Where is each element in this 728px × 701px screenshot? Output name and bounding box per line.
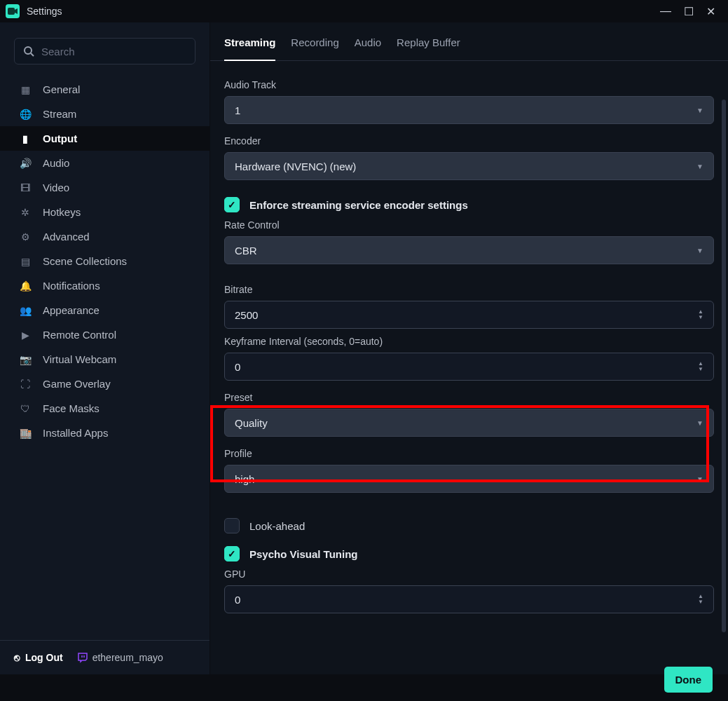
gpu-label: GPU: [224, 569, 714, 580]
expand-icon: ⛶: [19, 379, 32, 390]
audio-track-label: Audio Track: [224, 79, 714, 90]
keyframe-input[interactable]: 0▲▼: [224, 353, 714, 381]
globe-icon: 🌐: [19, 109, 32, 120]
sidebar-item-advanced[interactable]: ⚙Advanced: [0, 224, 210, 249]
sidebar-item-video[interactable]: 🎞Video: [0, 175, 210, 200]
bitrate-input[interactable]: 2500▲▼: [224, 301, 714, 329]
gears-icon: ⚙: [19, 231, 32, 243]
encoder-select[interactable]: Hardware (NVENC) (new)▼: [224, 152, 714, 180]
logout-button[interactable]: ⎋Log Out: [14, 652, 63, 663]
gpu-input[interactable]: 0▲▼: [224, 585, 714, 613]
sidebar-item-scene-collections[interactable]: ▤Scene Collections: [0, 249, 210, 273]
sidebar-item-game-overlay[interactable]: ⛶Game Overlay: [0, 372, 210, 396]
tab-audio[interactable]: Audio: [355, 36, 381, 60]
maximize-button[interactable]: ☐: [684, 5, 694, 18]
lookahead-checkbox[interactable]: [224, 518, 240, 533]
chevron-down-icon: ▼: [696, 163, 703, 170]
psycho-checkbox-row[interactable]: ✓ Psycho Visual Tuning: [224, 546, 714, 562]
rate-control-select[interactable]: CBR▼: [224, 236, 714, 264]
rate-control-label: Rate Control: [224, 219, 714, 231]
window-title: Settings: [27, 6, 62, 17]
app-icon: [6, 4, 20, 18]
enforce-checkbox-row[interactable]: ✓ Enforce streaming service encoder sett…: [224, 197, 714, 212]
spinner-arrows-icon[interactable]: ▲▼: [698, 594, 703, 605]
sidebar-item-notifications[interactable]: 🔔Notifications: [0, 273, 210, 298]
bitrate-label: Bitrate: [224, 284, 714, 295]
psycho-checkbox[interactable]: ✓: [224, 546, 240, 562]
sidebar-item-hotkeys[interactable]: ✲Hotkeys: [0, 200, 210, 224]
minimize-button[interactable]: —: [660, 5, 671, 18]
lookahead-checkbox-row[interactable]: Look-ahead: [224, 518, 714, 533]
tab-recording[interactable]: Recording: [291, 36, 338, 60]
bell-icon: 🔔: [19, 280, 32, 292]
username-display[interactable]: ethereum_mayo: [77, 652, 163, 663]
film-icon: 🎞: [19, 182, 32, 193]
profile-label: Profile: [224, 448, 714, 459]
scrollbar[interactable]: [722, 100, 726, 632]
layers-icon: ▤: [19, 256, 32, 267]
sidebar-item-output[interactable]: ▮Output: [0, 126, 210, 151]
audio-track-select[interactable]: 1▼: [224, 96, 714, 124]
close-button[interactable]: ✕: [706, 5, 715, 18]
sidebar-item-audio[interactable]: 🔊Audio: [0, 151, 210, 175]
preset-select[interactable]: Quality▼: [224, 409, 714, 437]
tab-streaming[interactable]: Streaming: [224, 36, 275, 61]
chevron-down-icon: ▼: [696, 419, 703, 427]
enforce-checkbox[interactable]: ✓: [224, 197, 240, 212]
sidebar-item-appearance[interactable]: 👥Appearance: [0, 298, 210, 322]
search-input-wrap[interactable]: [14, 38, 195, 64]
people-icon: 👥: [19, 305, 32, 316]
grid-icon: ▦: [19, 84, 32, 95]
sidebar-item-stream[interactable]: 🌐Stream: [0, 102, 210, 126]
encoder-label: Encoder: [224, 135, 714, 147]
sidebar-item-virtual-webcam[interactable]: 📷Virtual Webcam: [0, 347, 210, 372]
chevron-down-icon: ▼: [696, 107, 703, 114]
camera-icon: 📷: [19, 354, 32, 365]
logout-icon: ⎋: [14, 652, 20, 663]
spinner-arrows-icon[interactable]: ▲▼: [698, 361, 703, 372]
profile-select[interactable]: high▼: [224, 465, 714, 493]
shield-icon: 🛡: [19, 403, 32, 414]
svg-line-2: [31, 53, 34, 56]
keyframe-label: Keyframe Interval (seconds, 0=auto): [224, 336, 714, 347]
sidebar-item-face-masks[interactable]: 🛡Face Masks: [0, 396, 210, 421]
play-icon: ▶: [19, 329, 32, 341]
speaker-icon: 🔊: [19, 158, 32, 169]
tab-replay-buffer[interactable]: Replay Buffer: [397, 36, 460, 60]
store-icon: 🏬: [19, 428, 32, 439]
search-input[interactable]: [41, 46, 186, 57]
sidebar-item-installed-apps[interactable]: 🏬Installed Apps: [0, 421, 210, 445]
sidebar-item-general[interactable]: ▦General: [0, 77, 210, 102]
done-button[interactable]: Done: [664, 667, 713, 693]
preset-label: Preset: [224, 392, 714, 403]
chevron-down-icon: ▼: [696, 475, 703, 483]
sidebar-item-remote-control[interactable]: ▶Remote Control: [0, 322, 210, 347]
spinner-arrows-icon[interactable]: ▲▼: [698, 309, 703, 320]
chip-icon: ▮: [19, 133, 32, 144]
search-icon: [23, 46, 34, 57]
gear-icon: ✲: [19, 207, 32, 218]
chevron-down-icon: ▼: [696, 247, 703, 254]
twitch-icon: [77, 652, 88, 663]
svg-point-1: [25, 47, 32, 54]
svg-rect-0: [8, 8, 15, 15]
